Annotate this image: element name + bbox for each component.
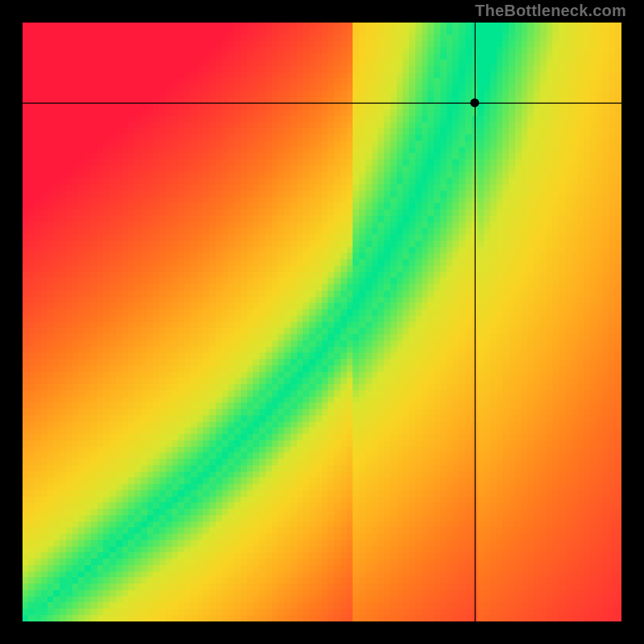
chart-container: TheBottleneck.com (0, 0, 644, 644)
attribution-text: TheBottleneck.com (475, 2, 626, 20)
bottleneck-heatmap (23, 23, 621, 621)
